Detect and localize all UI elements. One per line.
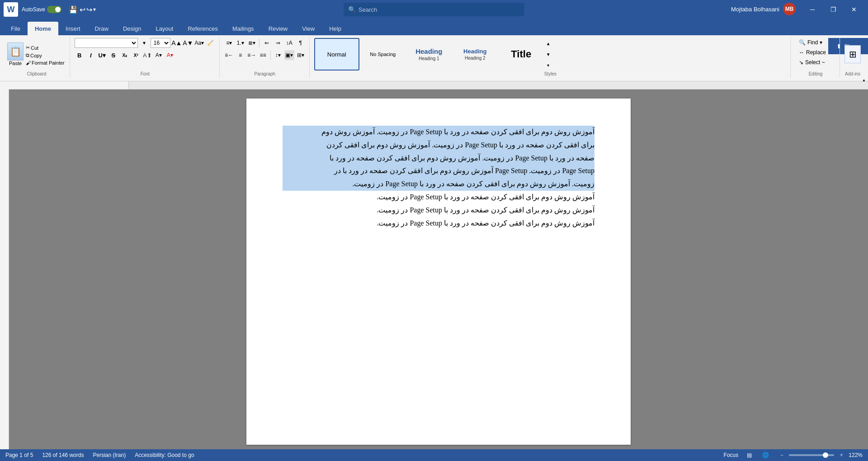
text-line-5[interactable]: زومیت. آموزش روش دوم برای افقی کردن صفحه… bbox=[283, 178, 594, 191]
clear-formatting-button[interactable]: 🧹 bbox=[206, 38, 216, 48]
justify-button[interactable]: ≡≡ bbox=[258, 50, 268, 60]
sort-button[interactable]: ↕A bbox=[284, 38, 294, 48]
highlight-button[interactable]: A▾ bbox=[154, 50, 164, 60]
show-hide-button[interactable]: ¶ bbox=[296, 38, 306, 48]
search-icon: 🔍 bbox=[348, 6, 356, 13]
print-layout-button[interactable]: ▤ bbox=[744, 451, 755, 460]
zoom-slider[interactable] bbox=[789, 454, 834, 456]
tab-view[interactable]: View bbox=[295, 22, 322, 35]
word-count: 126 of 146 words bbox=[42, 452, 84, 458]
tab-review[interactable]: Review bbox=[261, 22, 295, 35]
add-ins-button[interactable]: ⊞ bbox=[844, 45, 861, 63]
tab-file[interactable]: File bbox=[4, 22, 28, 35]
font-group: ▾ 16 A▲ A▼ Aa▾ 🧹 B I U▾ S X₂ X² A⬆ bbox=[71, 37, 220, 77]
change-case-button[interactable]: Aa▾ bbox=[194, 38, 204, 48]
text-line-4[interactable]: Page Setup در زومیت. Page Setup آموزش رو… bbox=[283, 165, 594, 178]
replace-button[interactable]: ↔ Replace bbox=[795, 48, 836, 57]
minimize-button[interactable]: ─ bbox=[802, 2, 823, 17]
clipboard-sub-btns: ✂ Cut ⧉ Copy 🖌 Format Painter bbox=[24, 42, 66, 66]
align-right-button[interactable]: ≡→ bbox=[247, 50, 257, 60]
decrease-indent-button[interactable]: ⇐ bbox=[262, 38, 272, 48]
zoom-level: 122% bbox=[849, 452, 863, 458]
style-no-spacing[interactable]: No Spacing bbox=[360, 38, 406, 71]
tab-home[interactable]: Home bbox=[28, 22, 58, 35]
tab-design[interactable]: Design bbox=[116, 22, 148, 35]
gallery-down-button[interactable]: ▼ bbox=[545, 49, 552, 59]
copy-button[interactable]: ⧉ Copy bbox=[24, 52, 66, 59]
bullets-button[interactable]: ≡▾ bbox=[224, 38, 234, 48]
font-size-select[interactable]: 16 bbox=[151, 38, 170, 48]
bold-button[interactable]: B bbox=[75, 50, 85, 60]
select-button[interactable]: ↘ Select ~ bbox=[795, 58, 836, 67]
search-bar[interactable]: 🔍 Search bbox=[344, 3, 524, 16]
tab-mailings[interactable]: Mailings bbox=[225, 22, 261, 35]
gallery-up-button[interactable]: ▲ bbox=[545, 38, 552, 48]
main-area: آموزش روش دوم برای افقی کردن صفحه در ورد… bbox=[0, 89, 868, 454]
autosave-toggle[interactable] bbox=[47, 6, 61, 13]
style-heading1[interactable]: Heading Heading 1 bbox=[406, 38, 452, 71]
close-button[interactable]: ✕ bbox=[844, 2, 864, 17]
status-right: Focus ▤ 🌐 − + 122% bbox=[724, 451, 863, 460]
autosave-label: AutoSave bbox=[22, 6, 45, 13]
tab-help[interactable]: Help bbox=[322, 22, 349, 35]
align-left-button[interactable]: ≡← bbox=[224, 50, 234, 60]
multilevel-button[interactable]: ≣▾ bbox=[247, 38, 257, 48]
text-line-2[interactable]: برای افقی کردن صفحه در ورد با Page Setup… bbox=[283, 139, 594, 152]
underline-button[interactable]: U▾ bbox=[97, 50, 107, 60]
italic-button[interactable]: I bbox=[86, 50, 96, 60]
superscript-button[interactable]: X² bbox=[131, 50, 141, 60]
focus-button[interactable]: Focus bbox=[724, 452, 739, 458]
tab-references[interactable]: References bbox=[180, 22, 225, 35]
font-color-button[interactable]: A▾ bbox=[165, 50, 175, 60]
shading-button[interactable]: ▣▾ bbox=[284, 50, 294, 60]
editing-content: 🔍 Find ▾ ↔ Replace ↘ Select ~ bbox=[795, 38, 836, 71]
font-family-select[interactable] bbox=[75, 38, 138, 48]
cut-label: Cut bbox=[31, 45, 38, 51]
user-avatar[interactable]: MB bbox=[783, 3, 796, 15]
decrease-font-button[interactable]: A▼ bbox=[183, 38, 193, 48]
restore-button[interactable]: ❐ bbox=[823, 2, 844, 17]
web-layout-button[interactable]: 🌐 bbox=[760, 451, 771, 460]
text-effects-button[interactable]: A⬆ bbox=[142, 50, 152, 60]
add-ins-icon: ⊞ bbox=[844, 45, 861, 63]
style-heading2-preview: Heading bbox=[463, 48, 486, 55]
text-line-6[interactable]: آموزش روش دوم برای افقی کردن صفحه در ورد… bbox=[283, 191, 594, 204]
find-arrow: ▾ bbox=[820, 39, 822, 46]
subscript-button[interactable]: X₂ bbox=[120, 50, 130, 60]
style-no-spacing-preview: No Spacing bbox=[370, 52, 396, 57]
borders-button[interactable]: ⊞▾ bbox=[296, 50, 306, 60]
text-line-7[interactable]: آموزش روش دوم برای افقی کردن صفحه در ورد… bbox=[283, 204, 594, 217]
tab-draw[interactable]: Draw bbox=[88, 22, 116, 35]
ribbon: File Home Insert Draw Design Layout Refe… bbox=[0, 19, 868, 81]
cut-button[interactable]: ✂ Cut bbox=[24, 44, 66, 51]
line-spacing-button[interactable]: ↕▾ bbox=[273, 50, 283, 60]
user-area: Mojtaba Bolhasani MB bbox=[731, 3, 796, 15]
zoom-in-button[interactable]: + bbox=[836, 451, 847, 460]
paste-button[interactable]: 📋 Paste bbox=[7, 42, 24, 66]
style-heading2[interactable]: Heading Heading 2 bbox=[453, 38, 498, 71]
save-icon[interactable]: 💾 bbox=[69, 5, 78, 14]
text-line-1[interactable]: آموزش روش دوم برای افقی کردن صفحه در ورد… bbox=[283, 126, 594, 139]
zoom-out-button[interactable]: − bbox=[776, 451, 787, 460]
tab-insert[interactable]: Insert bbox=[58, 22, 88, 35]
document-area[interactable]: آموزش روش دوم برای افقی کردن صفحه در ورد… bbox=[9, 89, 868, 454]
text-line-3[interactable]: صفحه در ورد با Page Setup در زومیت. آموز… bbox=[283, 152, 594, 165]
format-painter-button[interactable]: 🖌 Format Painter bbox=[24, 60, 66, 66]
gallery-expand-button[interactable]: ▾ bbox=[545, 60, 552, 70]
align-center-button[interactable]: ≡ bbox=[236, 50, 245, 60]
redo-button[interactable]: ↪ bbox=[86, 5, 92, 14]
style-title[interactable]: Title bbox=[499, 38, 544, 71]
find-button[interactable]: 🔍 Find ▾ bbox=[795, 38, 836, 47]
document-page[interactable]: آموزش روش دوم برای افقی کردن صفحه در ورد… bbox=[246, 99, 631, 445]
text-line-8[interactable]: آموزش روش دوم برای افقی کردن صفحه در ورد… bbox=[283, 217, 594, 230]
undo-button[interactable]: ↩ bbox=[80, 5, 85, 14]
style-heading2-label: Heading 2 bbox=[465, 56, 486, 61]
increase-indent-button[interactable]: ⇒ bbox=[273, 38, 283, 48]
increase-font-button[interactable]: A▲ bbox=[172, 38, 182, 48]
style-normal[interactable]: Normal bbox=[314, 38, 359, 71]
document-content[interactable]: آموزش روش دوم برای افقی کردن صفحه در ورد… bbox=[283, 126, 594, 230]
strikethrough-button[interactable]: S bbox=[108, 50, 118, 60]
clipboard-label: Clipboard bbox=[27, 71, 46, 76]
tab-layout[interactable]: Layout bbox=[148, 22, 180, 35]
numbering-button[interactable]: 1.▾ bbox=[236, 38, 245, 48]
